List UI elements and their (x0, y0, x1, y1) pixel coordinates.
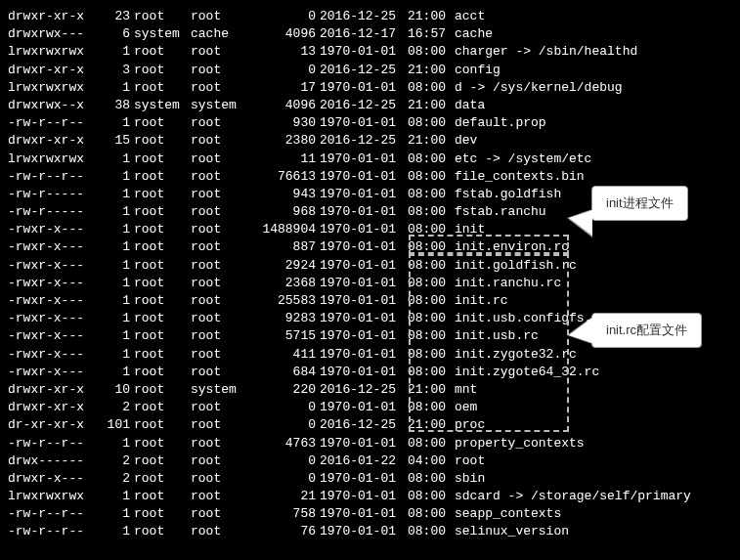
col-date: 1970-01-01 (320, 203, 408, 221)
col-size: 220 (247, 381, 320, 399)
col-name: sdcard -> /storage/self/primary (455, 488, 691, 505)
col-date: 2016-12-25 (320, 132, 408, 150)
col-name: d -> /sys/kernel/debug (455, 79, 623, 97)
col-time: 08:00 (408, 523, 455, 540)
col-owner: root (134, 238, 191, 256)
col-date: 2016-12-25 (320, 97, 408, 114)
col-name: acct (455, 8, 485, 25)
list-row: drwxr-xr-x23rootroot02016-12-2521:00acct (8, 8, 732, 25)
col-group: system (191, 381, 247, 399)
col-size: 2924 (247, 257, 320, 275)
col-perms: -rwxr-x--- (8, 327, 96, 345)
col-time: 08:00 (408, 238, 455, 256)
col-owner: root (134, 257, 191, 275)
col-group: root (191, 488, 247, 505)
col-owner: root (134, 346, 191, 364)
col-date: 2016-12-17 (320, 25, 408, 43)
col-time: 08:00 (408, 151, 455, 168)
col-date: 1970-01-01 (320, 151, 408, 168)
col-size: 9283 (247, 310, 320, 327)
col-links: 1 (96, 310, 134, 327)
col-time: 04:00 (408, 452, 455, 470)
list-row: lrwxrwxrwx1rootroot171970-01-0108:00d ->… (8, 79, 732, 97)
col-time: 08:00 (408, 505, 455, 523)
col-group: root (191, 505, 247, 523)
col-links: 1 (96, 257, 134, 275)
col-size: 0 (247, 8, 320, 25)
col-links: 1 (96, 488, 134, 505)
col-perms: lrwxrwxrwx (8, 151, 96, 168)
col-owner: root (134, 523, 191, 540)
col-date: 2016-12-25 (320, 381, 408, 399)
col-perms: lrwxrwxrwx (8, 43, 96, 61)
list-row: lrwxrwxrwx1rootroot111970-01-0108:00etc … (8, 151, 732, 168)
col-owner: root (134, 416, 191, 434)
col-links: 2 (96, 470, 134, 488)
col-group: root (191, 186, 247, 203)
col-perms: -rw-r----- (8, 186, 96, 203)
col-perms: drwxrwx--x (8, 97, 96, 114)
col-owner: root (134, 8, 191, 25)
list-row: drwxrwx---6systemcache40962016-12-1716:5… (8, 25, 732, 43)
col-owner: root (134, 364, 191, 381)
callout-initrc-config: init.rc配置文件 (591, 313, 702, 348)
col-perms: -rw-r--r-- (8, 114, 96, 132)
col-name: init.environ.rc (455, 238, 569, 256)
list-row: drwxr-xr-x3rootroot02016-12-2521:00confi… (8, 62, 732, 79)
col-links: 1 (96, 114, 134, 132)
list-row: lrwxrwxrwx1rootroot131970-01-0108:00char… (8, 43, 732, 61)
col-group: root (191, 523, 247, 540)
col-perms: -rwxr-x--- (8, 364, 96, 381)
col-name: data (455, 97, 485, 114)
col-links: 1 (96, 275, 134, 292)
col-perms: -rwxr-x--- (8, 275, 96, 292)
col-group: root (191, 168, 247, 186)
col-perms: -rw-r--r-- (8, 168, 96, 186)
col-perms: -rw-r--r-- (8, 523, 96, 540)
col-owner: root (134, 310, 191, 327)
col-name: root (455, 452, 485, 470)
col-perms: drwxr-x--- (8, 470, 96, 488)
list-row: -rw-r--r--1rootroot47631970-01-0108:00pr… (8, 435, 732, 452)
col-time: 21:00 (408, 8, 455, 25)
col-perms: drwxr-xr-x (8, 399, 96, 416)
col-links: 2 (96, 452, 134, 470)
col-group: root (191, 132, 247, 150)
col-size: 4096 (247, 25, 320, 43)
col-owner: root (134, 275, 191, 292)
col-owner: root (134, 470, 191, 488)
col-links: 15 (96, 132, 134, 150)
col-name: file_contexts.bin (455, 168, 585, 186)
col-links: 1 (96, 238, 134, 256)
col-group: root (191, 364, 247, 381)
col-owner: system (134, 97, 191, 114)
list-row: drwx------2rootroot02016-01-2204:00root (8, 452, 732, 470)
col-name: seapp_contexts (455, 505, 561, 523)
col-date: 1970-01-01 (320, 43, 408, 61)
col-date: 1970-01-01 (320, 435, 408, 452)
col-owner: root (134, 221, 191, 238)
col-links: 3 (96, 62, 134, 79)
col-perms: -rw-r--r-- (8, 505, 96, 523)
col-links: 1 (96, 523, 134, 540)
col-owner: root (134, 381, 191, 399)
list-row: -rw-r--r--1rootroot7581970-01-0108:00sea… (8, 505, 732, 523)
col-name: init.rc (455, 292, 508, 310)
col-date: 1970-01-01 (320, 364, 408, 381)
list-row: drwxr-xr-x10rootsystem2202016-12-2521:00… (8, 381, 732, 399)
terminal-output: drwxr-xr-x23rootroot02016-12-2521:00acct… (8, 8, 732, 541)
col-size: 0 (247, 62, 320, 79)
col-owner: root (134, 79, 191, 97)
col-links: 1 (96, 203, 134, 221)
col-date: 1970-01-01 (320, 221, 408, 238)
col-perms: -rwxr-x--- (8, 257, 96, 275)
col-size: 21 (247, 488, 320, 505)
col-date: 2016-01-22 (320, 452, 408, 470)
list-row: -rwxr-x---1rootroot255831970-01-0108:00i… (8, 292, 732, 310)
col-name: cache (455, 25, 493, 43)
col-size: 25583 (247, 292, 320, 310)
col-owner: root (134, 132, 191, 150)
col-perms: -rw-r----- (8, 203, 96, 221)
col-time: 08:00 (408, 186, 455, 203)
col-size: 2380 (247, 132, 320, 150)
